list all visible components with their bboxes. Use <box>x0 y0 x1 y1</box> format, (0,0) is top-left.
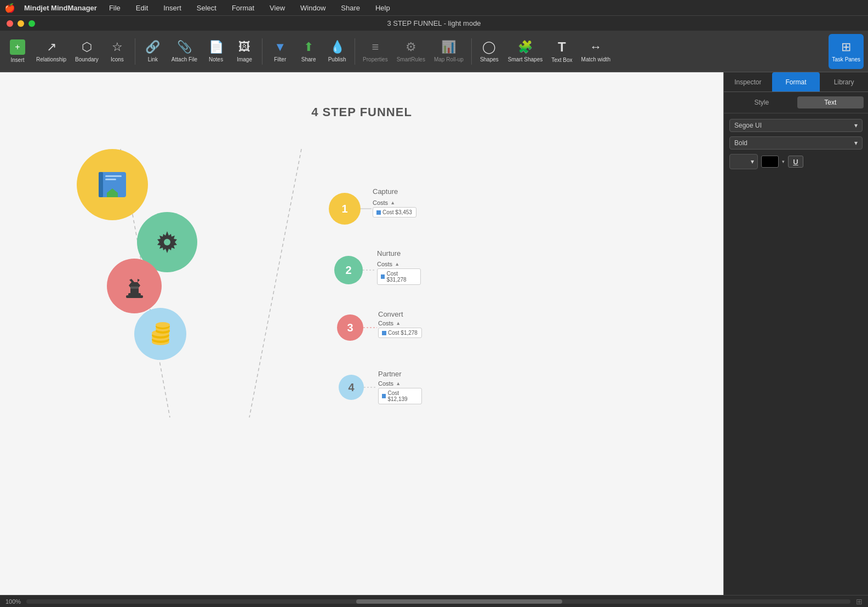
subtab-style[interactable]: Style <box>728 96 795 108</box>
toolbar: + Insert ↗ Relationship ⬡ Boundary ☆ Ico… <box>0 31 868 72</box>
menu-view[interactable]: View <box>266 3 288 13</box>
menu-select[interactable]: Select <box>193 3 220 13</box>
toolbar-share[interactable]: ⬆ Share <box>295 34 322 69</box>
toolbar-relationship-label: Relationship <box>36 56 66 62</box>
apple-logo: 🍎 <box>4 3 15 13</box>
toolbar-taskpanes[interactable]: ⊞ Task Panes <box>829 34 864 69</box>
step-3-cost-label: Costs <box>378 320 393 327</box>
step-4-name: Partner <box>378 370 402 378</box>
step-2-cost-box: Cost $31,278 <box>377 268 421 285</box>
step-4-cost-arrow: ▲ <box>396 381 401 386</box>
toolbar-boundary[interactable]: ⬡ Boundary <box>72 34 102 69</box>
minimize-button[interactable] <box>18 20 24 27</box>
step-circle-3[interactable]: 3 <box>337 314 363 341</box>
svg-point-20 <box>156 322 170 328</box>
step-3-cost-header: Costs ▲ <box>378 320 401 327</box>
color-swatch[interactable] <box>761 156 779 168</box>
window-controls[interactable] <box>7 20 35 27</box>
svg-rect-10 <box>128 293 141 296</box>
menu-window[interactable]: Window <box>297 3 329 13</box>
font-select[interactable]: Segoe UI ▾ <box>729 119 863 132</box>
tab-library[interactable]: Library <box>820 72 868 91</box>
svg-rect-4 <box>105 175 122 177</box>
step-3-cost-arrow: ▲ <box>396 320 401 326</box>
step-1-cost-box: Cost $3,453 <box>373 207 416 217</box>
textbox-icon: T <box>558 39 566 55</box>
toolbar-maprollup[interactable]: 📊 Map Roll-up <box>431 34 467 69</box>
scroll-track[interactable] <box>26 599 850 604</box>
toolbar-icons[interactable]: ☆ Icons <box>104 34 130 69</box>
menu-file[interactable]: File <box>106 3 124 13</box>
circle-book[interactable] <box>77 149 148 220</box>
step-circle-2[interactable]: 2 <box>334 256 363 284</box>
step-circle-4[interactable]: 4 <box>339 375 364 400</box>
font-select-arrow: ▾ <box>854 122 858 129</box>
toolbar-link[interactable]: 🔗 Link <box>140 34 166 69</box>
close-button[interactable] <box>7 20 13 27</box>
cost-bar-4 <box>382 394 386 398</box>
toolbar-attach[interactable]: 📎 Attach File <box>168 34 201 69</box>
step-2-cost-value: Cost $31,278 <box>386 271 417 283</box>
statusbar: 100% ⊞ <box>0 595 868 607</box>
underline-button[interactable]: U <box>788 156 803 168</box>
taskpanes-icon: ⊞ <box>841 40 851 54</box>
maximize-button[interactable] <box>28 20 35 27</box>
toolbar-smartshapes[interactable]: 🧩 Smart Shapes <box>505 34 546 69</box>
canvas-title: 4 STEP FUNNEL <box>311 105 412 119</box>
tab-inspector[interactable]: Inspector <box>724 72 772 91</box>
size-arrow: ▾ <box>751 158 754 165</box>
scroll-thumb[interactable] <box>356 599 562 604</box>
panel-tabs: Inspector Format Library <box>724 72 868 92</box>
step-2-name: Nurture <box>377 249 401 257</box>
svg-rect-5 <box>105 179 116 180</box>
toolbar-relationship[interactable]: ↗ Relationship <box>33 34 70 69</box>
toolbar-image[interactable]: 🖼 Image <box>231 34 258 69</box>
svg-rect-3 <box>99 172 103 197</box>
toolbar-notes[interactable]: 📄 Notes <box>203 34 229 69</box>
separator-4 <box>471 38 472 65</box>
notes-icon: 📄 <box>209 40 224 54</box>
toolbar-publish[interactable]: 💧 Publish <box>324 34 350 69</box>
step-1-cost-container: Costs ▲ Cost $3,453 <box>373 199 395 207</box>
step-4-label: Partner <box>378 370 402 378</box>
step-circle-1[interactable]: 1 <box>329 193 361 225</box>
menu-insert[interactable]: Insert <box>160 3 185 13</box>
toolbar-filter[interactable]: ▼ Filter <box>267 34 293 69</box>
toolbar-smartrules[interactable]: ⚙ SmartRules <box>393 34 429 69</box>
menu-edit[interactable]: Edit <box>133 3 151 13</box>
menu-format[interactable]: Format <box>229 3 258 13</box>
toolbar-icons-label: Icons <box>111 56 124 62</box>
canvas[interactable]: 4 STEP FUNNEL <box>0 72 723 595</box>
toolbar-textbox[interactable]: T Text Box <box>548 34 575 69</box>
toolbar-properties-label: Properties <box>363 56 388 62</box>
step-2-cost-container: Costs ▲ Cost $31,278 <box>377 261 399 268</box>
step-number-1: 1 <box>341 203 347 215</box>
svg-point-8 <box>164 239 170 245</box>
toolbar-filter-label: Filter <box>274 56 286 62</box>
icons-icon: ☆ <box>112 40 123 54</box>
toolbar-matchwidth[interactable]: ↔ Match width <box>578 34 614 69</box>
toolbar-insert[interactable]: + Insert <box>4 34 31 69</box>
chess-icon <box>119 271 150 301</box>
circle-chess[interactable] <box>107 259 162 313</box>
circle-coins[interactable] <box>134 308 186 360</box>
toolbar-properties[interactable]: ≡ Properties <box>359 34 391 69</box>
step-3-name: Convert <box>378 310 403 318</box>
weight-select[interactable]: Bold ▾ <box>729 136 863 150</box>
step-4-cost-header: Costs ▲ <box>378 380 401 387</box>
step-4-cost-value: Cost $12,139 <box>387 390 418 402</box>
menu-help[interactable]: Help <box>372 3 393 13</box>
size-select[interactable]: ▾ <box>729 154 758 169</box>
toolbar-shapes[interactable]: ◯ Shapes <box>476 34 502 69</box>
svg-rect-11 <box>130 287 139 289</box>
tab-format[interactable]: Format <box>772 72 820 91</box>
menubar: 🍎 Mindjet MindManager File Edit Insert S… <box>0 0 868 15</box>
step-2-cost-arrow: ▲ <box>395 261 399 267</box>
book-icon <box>93 165 132 204</box>
toolbar-link-label: Link <box>148 56 158 62</box>
step-1-label: Capture <box>373 187 398 196</box>
subtab-text[interactable]: Text <box>797 96 864 108</box>
step-1-cost-header: Costs ▲ <box>373 199 395 206</box>
menu-share[interactable]: Share <box>338 3 363 13</box>
cost-bar-1 <box>376 210 381 215</box>
